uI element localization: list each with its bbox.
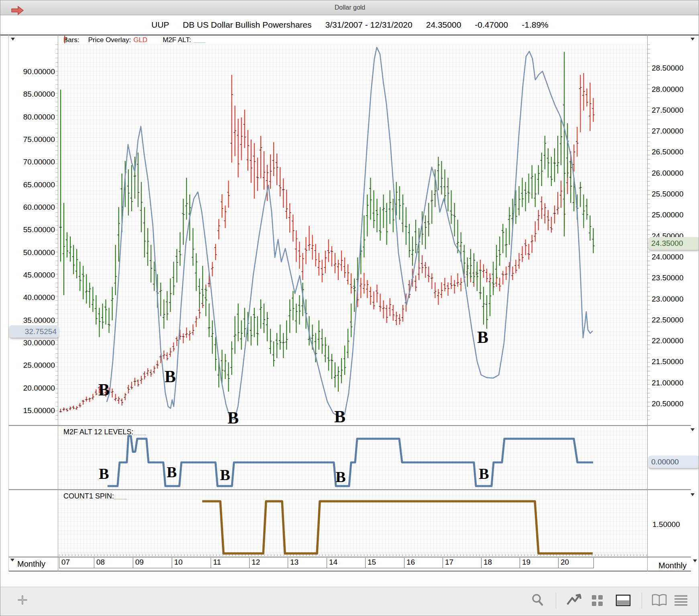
- left-axis-label: 65.00000: [9, 180, 55, 189]
- left-axis-highlight: 32.75254: [9, 325, 59, 338]
- right-axis-label: 25.00000: [652, 211, 683, 219]
- b-annotation-m2f: B: [220, 467, 230, 482]
- timeframe-selector-left[interactable]: Monthly: [17, 559, 45, 569]
- header-name: DB US Dollar Bullish Powershares: [183, 20, 312, 30]
- content-left-border: [8, 34, 9, 571]
- window-title: Dollar gold: [335, 4, 365, 11]
- timeframe-left-dropdown-icon[interactable]: [10, 559, 14, 561]
- year-label-10: 10: [172, 558, 211, 568]
- toolbar-separator: [556, 592, 556, 608]
- left-axis-label: 70.00000: [9, 158, 55, 166]
- b-annotation: B: [165, 368, 176, 385]
- b-annotation: B: [477, 329, 488, 346]
- right-axis-label: 22.50000: [652, 316, 683, 324]
- right-axis-label: 28.50000: [652, 64, 683, 73]
- count1-panel-plot[interactable]: [58, 490, 647, 556]
- xaxis-tickmarks: [59, 555, 647, 556]
- left-axis-label: 55.00000: [9, 225, 55, 234]
- bottom-gap: [0, 571, 699, 587]
- plot-left-border: [58, 34, 58, 571]
- count1-dropdown-icon[interactable]: [691, 493, 695, 496]
- year-label-14: 14: [327, 558, 365, 568]
- year-label-13: 13: [288, 558, 327, 568]
- xaxis-year-row: 0708091011121314151617181920: [58, 558, 647, 571]
- right-axis-label: 23.00000: [652, 295, 683, 304]
- divider-main-m2f: [8, 425, 691, 426]
- main-chart-canvas: [58, 45, 647, 420]
- year-label-15: 15: [365, 558, 404, 568]
- chart-dropdown-icon[interactable]: [11, 38, 15, 41]
- b-annotation: B: [334, 408, 345, 425]
- header-change: -0.47000: [475, 20, 508, 30]
- left-axis-label: 25.00000: [9, 361, 55, 370]
- chart-header: UUP DB US Dollar Bullish Powershares 3/3…: [0, 15, 699, 34]
- left-axis-label: 30.00000: [9, 338, 55, 347]
- divider-m2f-count: [8, 489, 691, 490]
- left-axis-label: 15.00000: [9, 406, 55, 415]
- year-label-18: 18: [481, 558, 520, 568]
- indicator-value[interactable]: ___: [193, 36, 206, 44]
- title-bar[interactable]: Dollar gold: [0, 0, 699, 15]
- left-axis-label: 60.00000: [9, 203, 55, 212]
- b-annotation: B: [98, 381, 110, 398]
- right-axis-label: 27.50000: [652, 106, 683, 115]
- year-label-12: 12: [249, 558, 288, 568]
- m2f-dropdown-icon[interactable]: [691, 428, 695, 431]
- right-axis-label: 26.00000: [652, 169, 683, 178]
- left-axis-label: 35.00000: [9, 316, 55, 325]
- timeframe-selector-right[interactable]: Monthly: [658, 561, 687, 570]
- count1-panel-label[interactable]: COUNT1 SPIN:___: [63, 492, 127, 500]
- left-axis-label: 50.00000: [9, 248, 55, 257]
- right-axis-highlight: 24.35000: [648, 237, 699, 250]
- toolbar-separator-2: [642, 592, 642, 608]
- timeframe-right-dropdown-icon[interactable]: [693, 559, 697, 562]
- right-axis-label: 28.00000: [652, 85, 683, 94]
- header-symbol: UUP: [151, 20, 169, 30]
- right-axis-label: 21.00000: [652, 379, 683, 387]
- chart-controls[interactable]: Bars: Price Overlay: GLD M2F ALT: ___: [63, 36, 545, 45]
- left-axis-label: 75.00000: [9, 135, 55, 144]
- b-annotation-m2f: B: [479, 466, 489, 481]
- right-axis-label: 25.50000: [652, 190, 683, 199]
- b-annotation-m2f: B: [335, 469, 345, 484]
- left-axis-label: 90.00000: [9, 67, 55, 76]
- right-axis-label: 22.00000: [652, 336, 683, 345]
- right-axis-label: 21.50000: [652, 357, 683, 366]
- plot-right-border: [647, 34, 648, 571]
- main-chart-plot[interactable]: [58, 45, 647, 420]
- year-label-16: 16: [404, 558, 443, 568]
- count1-axis-label: 1.50000: [652, 520, 680, 529]
- divider-count-xaxis: [8, 557, 691, 557]
- year-label-09: 09: [133, 558, 172, 568]
- right-axis-ticks: [648, 45, 650, 420]
- b-annotation: B: [228, 409, 239, 426]
- overlay-symbol[interactable]: GLD: [133, 36, 147, 44]
- right-axis-label: 27.00000: [652, 127, 683, 136]
- right-axis-label: 24.00000: [652, 253, 683, 261]
- left-axis-label: 85.00000: [9, 90, 55, 99]
- m2f-axis-highlight: 0.00000: [648, 456, 699, 468]
- header-date-range: 3/31/2007 - 12/31/2020: [325, 20, 412, 30]
- right-axis-label: 26.50000: [652, 148, 683, 156]
- indicator-label[interactable]: M2F ALT:: [163, 36, 191, 44]
- year-label-20: 20: [558, 558, 593, 568]
- count1-steps-canvas: [58, 490, 647, 556]
- year-row-end: [593, 558, 596, 568]
- left-axis-label: 45.00000: [9, 271, 55, 280]
- header-last-price: 24.35000: [426, 20, 461, 30]
- left-axis-label: 20.00000: [9, 384, 55, 393]
- b-annotation-m2f: B: [167, 464, 177, 480]
- year-label-08: 08: [94, 558, 133, 568]
- year-label-17: 17: [443, 558, 481, 568]
- right-axis-label: 23.50000: [652, 274, 683, 282]
- header-percent: -1.89%: [522, 20, 549, 30]
- m2f-panel-label[interactable]: M2F ALT 12 LEVELS:___: [63, 428, 146, 436]
- b-annotation-m2f: B: [99, 466, 109, 481]
- year-label-19: 19: [520, 558, 558, 568]
- year-label-11: 11: [211, 558, 249, 568]
- overlay-label[interactable]: Price Overlay:: [88, 36, 131, 44]
- app-window: Dollar gold UUP DB US Dollar Bullish Pow…: [0, 0, 699, 616]
- right-axis-label: 20.50000: [652, 399, 683, 408]
- chart-dropdown-right-icon[interactable]: [691, 38, 695, 41]
- left-axis-label: 80.00000: [9, 113, 55, 122]
